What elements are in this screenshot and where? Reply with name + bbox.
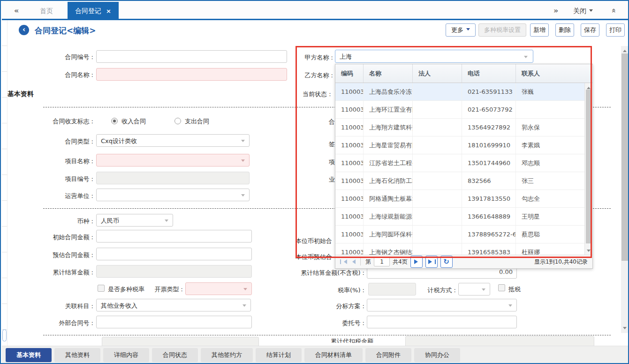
tab-attachments[interactable]: 合同附件 xyxy=(365,348,411,362)
table-cell-legal xyxy=(413,83,462,100)
table-cell-code: 110003 xyxy=(335,119,364,136)
tab-contract-register[interactable]: 合同登记× xyxy=(68,2,119,20)
table-cell-legal xyxy=(413,101,462,118)
tab-contract-status[interactable]: 合同状态 xyxy=(152,348,198,362)
tab-home[interactable]: 首页 xyxy=(29,2,64,20)
tab-collaboration[interactable]: 协同办公 xyxy=(414,348,460,362)
expense-radio-label[interactable]: 支出合同 xyxy=(185,117,209,126)
tab-basic-info[interactable]: 基本资料 xyxy=(6,348,52,362)
related-subject-select[interactable]: 其他业务收入 xyxy=(96,299,251,311)
party-a-dropdown-panel: 编码 名称 法人 电话 联系人 110003上海品食乐冷冻食021-635911… xyxy=(335,64,593,269)
column-header-name[interactable]: 名称 xyxy=(364,64,413,83)
tab-detail-content[interactable]: 详细内容 xyxy=(103,348,149,362)
table-cell-legal xyxy=(413,190,462,207)
contract-type-select[interactable]: Cxq设计类收 xyxy=(96,134,250,147)
current-status-label: 当前状态 : xyxy=(303,90,331,99)
external-no-input[interactable] xyxy=(96,316,252,328)
contract-no-input[interactable] xyxy=(96,50,287,63)
sidebar-collapse-handle[interactable] xyxy=(2,329,7,341)
tab-material-list[interactable]: 合同材料清单 xyxy=(304,348,363,362)
table-row[interactable]: 110003上海石化消防工程832566张三 xyxy=(335,172,592,190)
column-header-legal[interactable]: 法人 xyxy=(413,64,462,83)
dropdown-scrollbar[interactable] xyxy=(584,83,592,256)
initial-amount-label: 初始合同金额 : xyxy=(20,233,93,242)
contract-name-input[interactable] xyxy=(96,68,287,81)
column-header-phone[interactable]: 电话 xyxy=(462,64,516,83)
left-collapsed-panel xyxy=(2,20,8,346)
table-cell-code: 110003 xyxy=(335,243,364,256)
table-cell-code: 110003 xyxy=(335,190,364,207)
table-row[interactable]: 110003阿格通陶土板幕墙13917813550勾志全 xyxy=(335,190,592,208)
top-tab-bar: « 首页 合同登记× » 关闭 » xyxy=(2,2,629,20)
table-cell-contact: 张三 xyxy=(516,172,585,190)
settle-amount-input xyxy=(96,265,252,278)
multi-tax-checkbox[interactable] xyxy=(98,285,105,292)
tax-mode-select[interactable] xyxy=(458,283,490,296)
back-button[interactable]: ‹ xyxy=(19,25,29,35)
chevron-down-icon[interactable] xyxy=(524,56,528,60)
initial-amount-input[interactable] xyxy=(96,230,252,243)
scroll-tabs-left-icon[interactable]: « xyxy=(14,6,19,15)
split-plan-select[interactable] xyxy=(367,299,517,311)
column-header-code[interactable]: 编码 xyxy=(335,64,364,83)
project-name-select[interactable] xyxy=(96,154,250,167)
table-row[interactable]: 110003江苏省岩土工程公13501744960邓志顺 xyxy=(335,154,592,172)
table-row[interactable]: 110003上海钢之杰钢结构13916585383杜丽娜 xyxy=(335,243,592,256)
delete-button[interactable]: 删除 xyxy=(555,23,574,37)
dropdown-scroll-thumb[interactable] xyxy=(586,90,592,243)
table-cell-contact: 张巍 xyxy=(516,83,585,100)
chevron-down-icon xyxy=(243,288,247,292)
operate-unit-select[interactable] xyxy=(96,189,250,201)
base-estimate-amount-label: 本位币预估合 xyxy=(296,253,332,261)
invoice-type-select[interactable] xyxy=(185,282,252,295)
contract-type-value: Cxq设计类收 xyxy=(101,137,137,145)
page-scroll-thumb[interactable] xyxy=(621,53,628,261)
scroll-up-icon[interactable] xyxy=(587,85,591,89)
more-button[interactable]: 更多 xyxy=(446,23,476,37)
table-cell-contact: 李素娥 xyxy=(516,136,585,154)
section-basic-info: 基本资料 xyxy=(8,90,34,99)
tab-close-icon[interactable]: × xyxy=(106,8,111,15)
table-row[interactable]: 110003上海绿观新能源科13661648889王明星 xyxy=(335,208,592,226)
tab-other-info[interactable]: 其他资料 xyxy=(54,348,100,362)
last-page-button[interactable] xyxy=(425,256,438,268)
deduct-tax-label[interactable]: 抵税 xyxy=(508,285,521,294)
partial-label-2: 签 xyxy=(329,140,335,149)
scroll-tabs-right-icon[interactable]: » xyxy=(553,6,558,15)
entrust-no-input[interactable] xyxy=(367,316,517,328)
tab-other-signers[interactable]: 其他签约方 xyxy=(201,348,253,362)
add-button[interactable]: 新增 xyxy=(530,23,549,37)
table-row[interactable]: 110003上海星雷贸易有限18101699910李素娥 xyxy=(335,136,592,154)
scroll-down-icon[interactable] xyxy=(587,250,591,254)
deduct-tax-checkbox[interactable] xyxy=(498,284,505,291)
tab-settlement-plan[interactable]: 结算计划 xyxy=(256,348,302,362)
save-button[interactable]: 保存 xyxy=(581,23,599,37)
page-scrollbar[interactable] xyxy=(621,46,629,333)
table-row[interactable]: 110003上海同圆环保科技13788965272-6蔡思聪 xyxy=(335,226,592,243)
income-radio-label[interactable]: 收入合同 xyxy=(121,117,146,126)
table-row[interactable]: 110003上海环江置业有限021-65073792 xyxy=(335,101,592,119)
table-row[interactable]: 110003上海品食乐冷冻食021-63591133张巍 xyxy=(335,83,592,101)
close-menu-button[interactable]: 关闭 xyxy=(573,2,593,20)
expense-radio[interactable] xyxy=(174,118,181,124)
collapse-up-icon[interactable]: » xyxy=(609,8,618,13)
party-a-combo-input[interactable]: 上海 xyxy=(335,50,533,63)
page-number-input[interactable] xyxy=(374,257,390,266)
estimate-amount-input[interactable] xyxy=(96,248,252,260)
print-button[interactable]: 打印 xyxy=(606,23,625,37)
table-row[interactable]: 110003上海翔方建筑科技13564927892郭永保 xyxy=(335,119,592,136)
refresh-button[interactable]: ↻ xyxy=(440,256,453,268)
chevron-down-icon xyxy=(589,9,593,14)
entrust-no-label: 委托号 : xyxy=(282,319,364,327)
currency-select[interactable]: 人民币 xyxy=(96,214,173,227)
scroll-down-icon[interactable] xyxy=(623,327,627,331)
dropdown-table-header: 编码 名称 法人 电话 联系人 xyxy=(335,64,592,83)
pagination-info: 显示1到10,共40记录 xyxy=(534,258,588,266)
income-radio[interactable] xyxy=(111,118,118,124)
table-cell-name: 上海翔方建筑科技 xyxy=(364,119,413,136)
multi-tax-label[interactable]: 是否多种税率 xyxy=(108,285,144,294)
column-header-contact[interactable]: 联系人 xyxy=(516,64,592,83)
first-page-button xyxy=(340,259,347,264)
scroll-up-icon[interactable] xyxy=(623,48,627,52)
next-page-button[interactable] xyxy=(410,256,423,268)
